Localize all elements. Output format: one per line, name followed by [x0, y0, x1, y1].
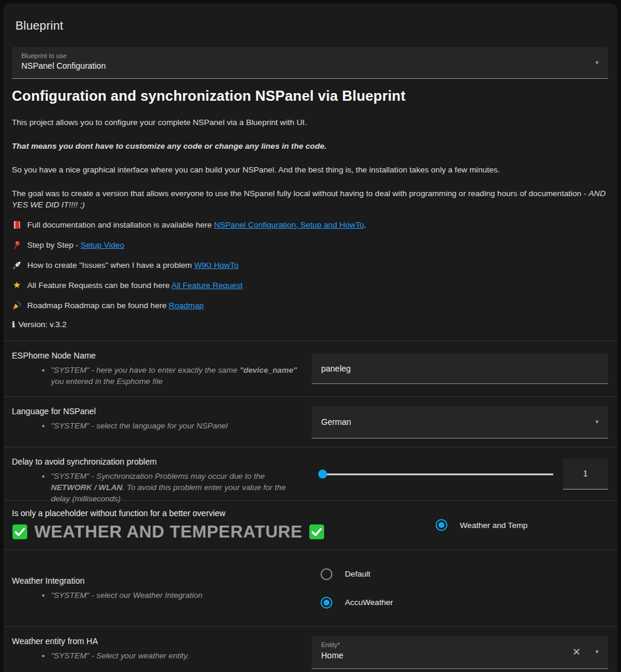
page-title: Blueprint [12, 4, 608, 33]
wiki-howto-link[interactable]: WIKI HowTo [194, 261, 239, 270]
version-text: Version: v.3.2 [18, 320, 66, 329]
intro-paragraph-3: So you have a nice graphical interface w… [12, 164, 608, 175]
weather-option-accuweather[interactable]: AccuWeather [321, 597, 393, 609]
weather-integration-title: Weather Integration [12, 576, 312, 585]
book-icon [12, 220, 22, 230]
delay-slider[interactable] [312, 463, 555, 485]
entity-picker-value: Home [321, 651, 598, 660]
chevron-down-icon[interactable]: ▼ [594, 649, 600, 655]
delay-value: 1 [583, 469, 588, 478]
language-row-title: Language for NSPanel [12, 407, 312, 416]
radio-label: Weather and Temp [460, 521, 527, 530]
esphome-row-title: ESPhome Node Name [12, 351, 312, 360]
version-line: ℹ Version: v.3.2 [12, 320, 608, 329]
row-esphome-node-name: ESPhome Node Name "SYSTEM" - here you ha… [4, 341, 617, 396]
star-icon: ★ [12, 280, 22, 290]
radio-selected-icon[interactable] [321, 597, 332, 609]
green-check-icon [12, 524, 28, 540]
weather-entity-title: Weather entity from HA [12, 636, 312, 646]
language-select-value: German [321, 417, 351, 427]
slider-track[interactable] [322, 473, 553, 475]
party-popper-icon [12, 300, 22, 311]
esphome-row-description: "SYSTEM" - here you have to enter exactl… [51, 364, 306, 387]
entity-picker[interactable]: Entity* Home ✕ ▼ [312, 636, 608, 669]
intro-paragraph-1: This project allows you to configure you… [12, 117, 608, 128]
row-weather-entity: Weather entity from HA "SYSTEM" - Select… [4, 626, 617, 672]
radio-selected-icon[interactable] [436, 519, 447, 531]
feature-request-link[interactable]: All Feature Request [171, 281, 242, 290]
doc-link[interactable]: NSPanel Configuration, Setup and HowTo [214, 220, 364, 229]
radio-label: Default [345, 569, 370, 578]
blueprint-description: Configuration and synchronization NSPane… [12, 88, 608, 329]
weather-and-temp-option[interactable]: Weather and Temp [436, 519, 527, 531]
doc-link-line: Full documentation and installation is a… [12, 219, 608, 231]
node-name-value: paneleg [321, 364, 351, 373]
radio-unselected-icon[interactable] [321, 568, 332, 580]
delay-row-title: Delay to avoid synchronization problem [12, 457, 312, 466]
weather-integration-description: "SYSTEM" - select our Weather Integratio… [51, 590, 306, 601]
intro-paragraph-2: That means you dont have to customize an… [12, 140, 608, 152]
blueprint-card: Blueprint Blueprint to use NSPanel Confi… [4, 4, 617, 672]
entity-picker-label: Entity* [321, 641, 598, 648]
roadmap-link[interactable]: Roadmap [169, 301, 204, 310]
row-language: Language for NSPanel "SYSTEM" - select t… [4, 396, 617, 447]
blueprint-select[interactable]: Blueprint to use NSPanel Configuration ▼ [12, 47, 608, 79]
chevron-down-icon[interactable]: ▼ [594, 419, 600, 425]
blueprint-select-value: NSPanel Configuration [21, 61, 598, 71]
row-delay: Delay to avoid synchronization problem "… [4, 447, 617, 500]
weather-entity-description: "SYSTEM" - Select your weather entity. [51, 650, 306, 661]
info-icon: ℹ [12, 320, 15, 329]
placeholder-note: Is only a placeholder without function f… [12, 508, 427, 518]
delay-value-input[interactable]: 1 [563, 459, 608, 489]
feature-request-line: ★ All Feature Requests can be found here… [12, 279, 608, 291]
weather-option-default[interactable]: Default [321, 568, 370, 580]
delay-row-description: "SYSTEM" - Synchronization Problems may … [51, 471, 306, 504]
issues-howto-line: How to create "Issues" when I have a pro… [12, 259, 608, 271]
setup-video-line: Step by Step - Setup Video [12, 239, 608, 251]
language-row-description: "SYSTEM" - select the language for your … [51, 420, 306, 431]
row-weather-integration: Weather Integration "SYSTEM" - select ou… [4, 549, 617, 626]
intro-paragraph-4: The goal was to create a version that al… [12, 188, 608, 210]
rocket-icon [12, 260, 22, 270]
roadmap-line: Roadmap Roadmap can be found here Roadma… [12, 299, 608, 311]
clear-icon[interactable]: ✕ [572, 646, 581, 658]
setup-video-link[interactable]: Setup Video [81, 241, 124, 249]
blueprint-select-label: Blueprint to use [21, 52, 598, 59]
language-select[interactable]: German ▼ [312, 406, 608, 439]
radio-label: AccuWeather [345, 598, 393, 607]
chevron-down-icon[interactable]: ▼ [594, 60, 600, 66]
row-weather-placeholder: Is only a placeholder without function f… [4, 500, 617, 549]
pushpin-icon [12, 240, 22, 250]
green-check-icon [309, 524, 325, 540]
weather-section-heading: WEATHER AND TEMPERATURE [34, 522, 302, 542]
intro-heading: Configuration and synchronization NSPane… [12, 88, 608, 104]
slider-thumb[interactable] [318, 469, 327, 478]
node-name-input[interactable]: paneleg [312, 354, 608, 384]
